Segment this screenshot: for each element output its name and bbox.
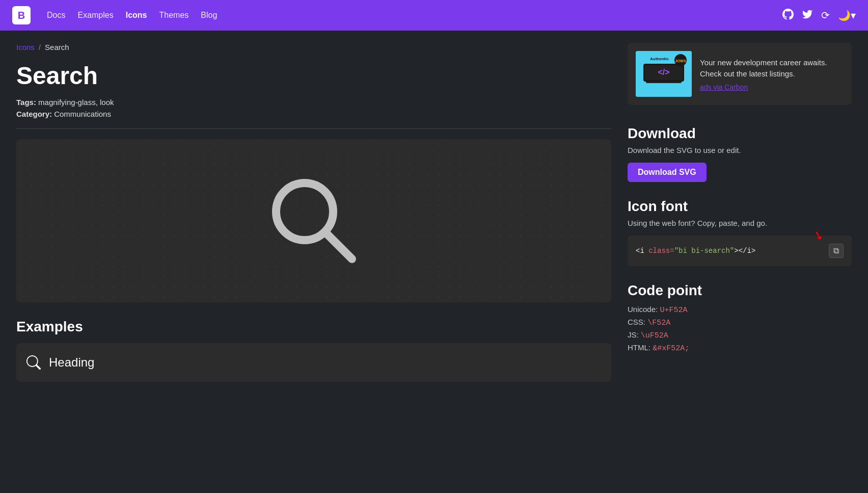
- unicode-value: U+F52A: [660, 306, 687, 315]
- breadcrumb: Icons / Search: [16, 43, 611, 51]
- css-label: CSS:: [628, 318, 645, 326]
- ad-card: </> JOBS Authentic Your new development …: [628, 43, 852, 105]
- nav-examples[interactable]: Examples: [77, 11, 113, 20]
- logo[interactable]: B: [12, 6, 31, 24]
- code-val: "bi bi-search": [674, 247, 735, 255]
- tags-label: Tags:: [16, 98, 36, 107]
- code-tag-open: <i: [636, 247, 648, 255]
- code-tag-close: ></i>: [734, 247, 755, 255]
- js-value: \uF52A: [641, 331, 668, 340]
- svg-line-1: [326, 233, 352, 259]
- example-box: Heading: [16, 343, 611, 382]
- ad-image-svg: </> JOBS Authentic: [636, 51, 692, 97]
- icon-preview: [16, 139, 611, 302]
- page-title: Search: [16, 62, 611, 90]
- left-panel: Icons / Search Search Tags: magnifying-g…: [16, 43, 611, 382]
- icon-font-title: Icon font: [628, 198, 852, 215]
- examples-heading: Examples: [16, 319, 611, 335]
- css-value: \F52A: [647, 319, 670, 327]
- right-panel: </> JOBS Authentic Your new development …: [628, 43, 852, 382]
- theme-toggle-icon[interactable]: 🌙▾: [838, 9, 856, 21]
- breadcrumb-parent-link[interactable]: Icons: [16, 43, 35, 51]
- js-label: JS:: [628, 330, 639, 339]
- code-text: <i class="bi bi-search"></i>: [636, 247, 755, 255]
- nav-icons[interactable]: Icons: [126, 11, 147, 20]
- tags-line: Tags: magnifying-glass, look: [16, 98, 611, 107]
- ad-description: Your new development career awaits. Chec…: [700, 57, 844, 80]
- download-title: Download: [628, 125, 852, 142]
- example-search-icon: [26, 355, 41, 370]
- css-row: CSS: \F52A: [628, 318, 852, 327]
- download-desc: Download the SVG to use or edit.: [628, 146, 852, 154]
- category-value: Communications: [54, 110, 111, 118]
- js-row: JS: \uF52A: [628, 330, 852, 340]
- svg-text:</>: </>: [658, 68, 669, 76]
- twitter-icon[interactable]: [802, 9, 813, 22]
- svg-text:Authentic: Authentic: [650, 57, 669, 61]
- category-line: Category: Communications: [16, 110, 611, 118]
- breadcrumb-separator: /: [39, 43, 41, 51]
- circle-icon[interactable]: ⟳: [821, 9, 830, 21]
- search-icon-large: [263, 170, 365, 272]
- nav-right: ⟳ 🌙▾: [782, 9, 856, 22]
- nav-links: Docs Examples Icons Themes Blog: [47, 11, 217, 20]
- code-point-title: Code point: [628, 282, 852, 299]
- svg-text:JOBS: JOBS: [675, 59, 686, 63]
- github-icon[interactable]: [782, 9, 794, 22]
- ad-image: </> JOBS Authentic: [636, 51, 692, 97]
- nav-blog[interactable]: Blog: [201, 11, 217, 20]
- nav-docs[interactable]: Docs: [47, 11, 65, 20]
- tags-value: magnifying-glass, look: [38, 98, 114, 107]
- ad-text-content: Your new development career awaits. Chec…: [700, 57, 844, 91]
- html-value: &#xF52A;: [653, 344, 689, 353]
- unicode-label: Unicode:: [628, 305, 658, 314]
- breadcrumb-current: Search: [45, 43, 69, 51]
- html-label: HTML:: [628, 343, 650, 352]
- unicode-row: Unicode: U+F52A: [628, 305, 852, 315]
- download-svg-button[interactable]: Download SVG: [628, 163, 707, 182]
- nav-themes[interactable]: Themes: [159, 11, 189, 20]
- ad-link[interactable]: ads via Carbon: [700, 83, 844, 91]
- code-attr: class=: [648, 247, 674, 255]
- code-block: ➘ <i class="bi bi-search"></i> ⧉: [628, 236, 852, 266]
- navbar: B Docs Examples Icons Themes Blog ⟳ 🌙▾: [0, 0, 868, 31]
- html-row: HTML: &#xF52A;: [628, 343, 852, 353]
- icon-font-desc: Using the web font? Copy, paste, and go.: [628, 219, 852, 227]
- example-heading-text: Heading: [49, 355, 94, 370]
- main-content: Icons / Search Search Tags: magnifying-g…: [0, 31, 868, 394]
- divider: [16, 128, 611, 129]
- red-arrow-icon: ➘: [812, 227, 826, 244]
- copy-button[interactable]: ⧉: [829, 244, 844, 258]
- category-label: Category:: [16, 110, 52, 118]
